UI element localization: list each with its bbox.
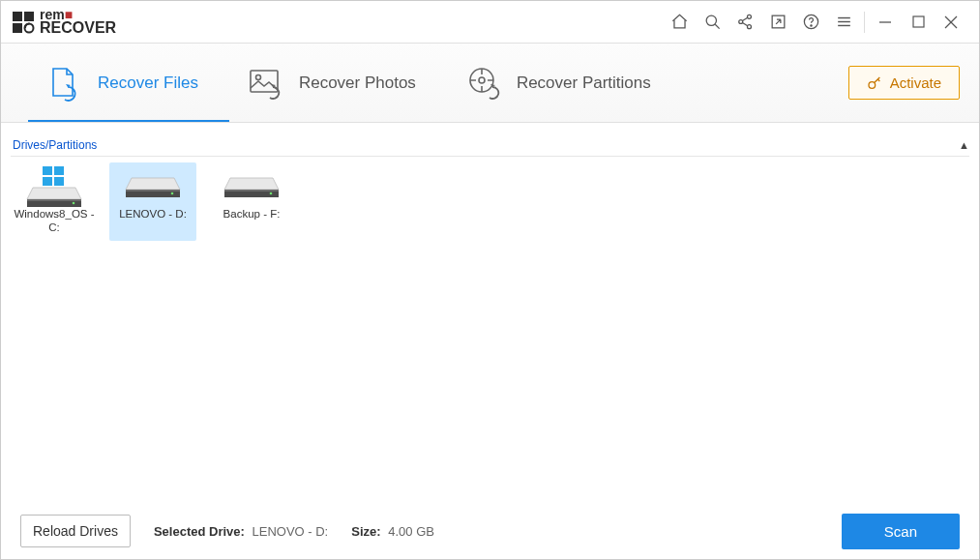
drive-label: Backup - F: (210, 207, 293, 221)
drive-label: LENOVO - D: (111, 207, 194, 221)
svg-rect-29 (54, 177, 64, 186)
files-icon (44, 63, 84, 103)
content-area: Drives/Partitions ▲ Windows8_OS - C:LENO… (1, 123, 979, 503)
titlebar: rem■ RECOVER (1, 1, 979, 44)
svg-point-41 (270, 192, 273, 195)
size-readout: Size: 4.00 GB (351, 524, 434, 539)
logo-icon (11, 10, 36, 35)
svg-point-25 (869, 81, 876, 88)
svg-point-33 (73, 202, 75, 205)
svg-rect-36 (126, 190, 180, 192)
key-icon (867, 75, 882, 91)
logo-text-bottom: RECOVER (40, 21, 116, 35)
export-icon[interactable] (761, 6, 794, 39)
svg-rect-40 (224, 190, 279, 192)
titlebar-divider (864, 12, 865, 33)
svg-marker-38 (224, 178, 279, 190)
drive-label: Windows8_OS - C: (13, 207, 96, 235)
svg-point-24 (479, 77, 485, 83)
svg-rect-21 (251, 71, 278, 92)
home-icon[interactable] (663, 6, 696, 39)
size-value: 4.00 GB (388, 524, 434, 539)
maximize-icon[interactable] (902, 6, 935, 39)
search-icon[interactable] (696, 6, 728, 39)
svg-rect-26 (43, 166, 52, 175)
svg-rect-0 (13, 12, 22, 21)
svg-rect-28 (43, 177, 52, 186)
collapse-icon[interactable]: ▲ (959, 139, 969, 151)
svg-point-37 (171, 192, 174, 195)
svg-point-8 (747, 25, 751, 29)
titlebar-actions (663, 6, 967, 39)
svg-point-4 (706, 15, 716, 25)
drive-item-d[interactable]: LENOVO - D: (109, 162, 196, 241)
section-header-drives: Drives/Partitions ▲ (11, 133, 969, 157)
scan-button[interactable]: Scan (842, 514, 960, 549)
svg-rect-2 (13, 23, 22, 33)
svg-line-5 (715, 24, 719, 28)
mode-tabs: Recover Files Recover Photos Recover Par… (1, 44, 979, 123)
drive-item-f[interactable]: Backup - F: (208, 162, 295, 241)
reload-drives-button[interactable]: Reload Drives (20, 515, 131, 547)
help-icon[interactable] (794, 6, 827, 39)
drive-icon (221, 166, 282, 201)
selected-drive-value: LENOVO - D: (252, 524, 329, 539)
section-title: Drives/Partitions (13, 138, 97, 152)
size-key: Size: (351, 524, 380, 539)
svg-line-9 (742, 17, 747, 20)
app-logo: rem■ RECOVER (11, 10, 116, 35)
svg-rect-18 (913, 16, 924, 27)
footer: Reload Drives Selected Drive: LENOVO - D… (1, 503, 979, 559)
svg-rect-1 (24, 12, 34, 21)
drive-icon (23, 166, 85, 201)
minimize-icon[interactable] (869, 6, 902, 39)
svg-point-7 (747, 15, 751, 18)
tab-label: Recover Files (98, 74, 198, 93)
tab-label: Recover Photos (299, 74, 416, 93)
svg-point-22 (255, 74, 260, 79)
drive-item-c[interactable]: Windows8_OS - C: (11, 162, 98, 241)
photos-icon (245, 63, 285, 103)
activate-label: Activate (890, 74, 941, 91)
tab-label: Recover Partitions (517, 74, 651, 93)
tab-recover-partitions[interactable]: Recover Partitions (439, 44, 674, 122)
share-icon[interactable] (728, 6, 761, 39)
partitions-icon (462, 63, 503, 103)
activate-button[interactable]: Activate (848, 66, 960, 100)
menu-icon[interactable] (827, 6, 860, 39)
selected-drive-key: Selected Drive: (154, 524, 245, 539)
svg-marker-30 (27, 188, 81, 199)
tab-recover-files[interactable]: Recover Files (20, 44, 222, 122)
drive-icon (122, 166, 184, 201)
svg-marker-34 (126, 178, 180, 190)
svg-line-10 (742, 22, 747, 25)
svg-point-13 (810, 25, 811, 26)
tab-recover-photos[interactable]: Recover Photos (222, 44, 439, 122)
svg-rect-27 (54, 166, 64, 175)
svg-point-6 (738, 20, 742, 24)
drives-list: Windows8_OS - C:LENOVO - D:Backup - F: (11, 157, 969, 241)
selected-drive-readout: Selected Drive: LENOVO - D: (154, 524, 328, 539)
svg-rect-32 (27, 199, 81, 201)
close-icon[interactable] (935, 6, 967, 39)
